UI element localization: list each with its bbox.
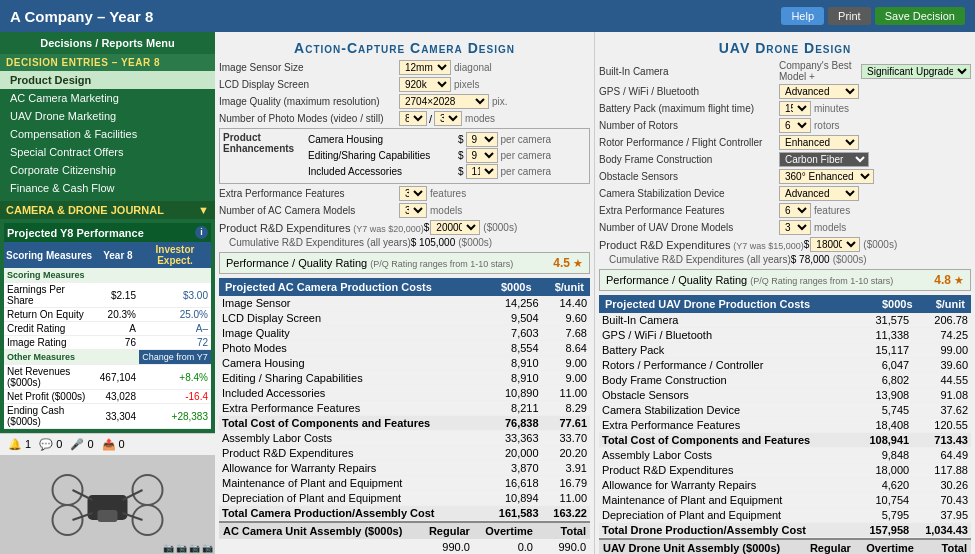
quality-select[interactable]: 2704×20281920×1080	[399, 94, 489, 109]
rnd-label: Product R&D Expenditures (Y7 was $20,000…	[219, 222, 424, 234]
sidebar-title: Decisions / Reports Menu	[0, 32, 215, 54]
help-button[interactable]: Help	[781, 7, 824, 25]
camera-icon-4[interactable]: 📷	[202, 543, 213, 553]
save-button[interactable]: Save Decision	[875, 7, 965, 25]
camera-regular-val: 990.0	[410, 541, 470, 553]
camera-panel-title: Action-Capture Camera Design	[219, 36, 590, 60]
modes-video-select[interactable]: 8610	[399, 111, 427, 126]
sidebar-item-citizenship[interactable]: Corporate Citizenship	[0, 161, 215, 179]
icon-2[interactable]: 💬 0	[39, 438, 62, 451]
camera-overtime-val: 0.0	[473, 541, 533, 553]
table-row: Editing / Sharing Capabilities8,9109.00	[219, 371, 590, 386]
uav-extra-select[interactable]: 648	[779, 203, 811, 218]
camera-total-val: 990.0	[536, 541, 586, 553]
year8-header: Year 8	[97, 242, 139, 268]
scoring-section: Scoring Measures	[4, 268, 211, 283]
uav-extra-row: Extra Performance Features 648 features	[599, 203, 971, 218]
uav-cumulative-unit: ($000s)	[833, 254, 867, 265]
table-row: Image Quality7,6037.68	[219, 326, 590, 341]
extra-select[interactable]: 3245	[399, 186, 427, 201]
stabilization-row: Camera Stabilization Device AdvancedStan…	[599, 186, 971, 201]
uav-panel: UAV Drone Design Built-In Camera Company…	[595, 32, 975, 554]
num-models-label: Number of AC Camera Models	[219, 205, 399, 216]
camera-rating-value: 4.5	[553, 256, 570, 270]
extra-label: Extra Performance Features	[219, 188, 399, 199]
battery-label: Battery Pack (maximum flight time)	[599, 103, 779, 114]
sidebar-item-contracts[interactable]: Special Contract Offers	[0, 143, 215, 161]
rnd-select[interactable]: 200001500025000	[430, 220, 480, 235]
table-row: Credit RatingAA–	[4, 322, 211, 336]
body-select[interactable]: Carbon FiberAluminumTitanium	[779, 152, 869, 167]
builtin-select[interactable]: Significant UpgradeStandardPremium	[861, 64, 971, 79]
rotor-perf-row: Rotor Performance / Flight Controller En…	[599, 135, 971, 150]
table-row: Rotors / Performance / Controller6,04739…	[599, 358, 971, 373]
sidebar-item-finance[interactable]: Finance & Cash Flow	[0, 179, 215, 197]
table-row: Extra Performance Features8,2118.29	[219, 401, 590, 416]
obstacle-select[interactable]: 360° EnhancedStandard360° Standard	[779, 169, 874, 184]
print-button[interactable]: Print	[828, 7, 871, 25]
table-row: Battery Pack15,11799.00	[599, 343, 971, 358]
uav-prod-title: Projected UAV Drone Production Costs $00…	[599, 295, 971, 313]
stabilization-select[interactable]: AdvancedStandardEnhanced	[779, 186, 859, 201]
housing-select[interactable]: 9711	[466, 132, 498, 147]
table-row: Total Camera Production/Assembly Cost161…	[219, 506, 590, 521]
table-row: Assembly Labor Costs33,36333.70	[219, 431, 590, 446]
editing-unit: per camera	[501, 150, 552, 161]
rotors-row: Number of Rotors 648 rotors	[599, 118, 971, 133]
uav-rnd-row: Product R&D Expenditures (Y7 was $15,000…	[599, 237, 971, 252]
uav-num-models-select[interactable]: 324	[779, 220, 811, 235]
gps-label: GPS / WiFi / Bluetooth	[599, 86, 779, 97]
editing-select[interactable]: 9711	[466, 148, 498, 163]
enhancements-block: ProductEnhancements Camera Housing $ 971…	[219, 128, 590, 184]
accessories-select[interactable]: 11913	[466, 164, 498, 179]
uav-num-models-unit: models	[814, 222, 846, 233]
sensor-select[interactable]: 12mm10mm14mm	[399, 60, 451, 75]
editing-label: Editing/Sharing Capabilities	[308, 150, 458, 161]
app-header: A Company – Year 8 Help Print Save Decis…	[0, 0, 975, 32]
housing-unit: per camera	[501, 134, 552, 145]
icon-row: 🔔 1 💬 0 🎤 0 📤 0	[0, 433, 215, 455]
uav-panel-title: UAV Drone Design	[599, 36, 971, 60]
rotors-unit: rotors	[814, 120, 840, 131]
num-models-select[interactable]: 324	[399, 203, 427, 218]
icon-3[interactable]: 🎤 0	[70, 438, 93, 451]
quality-row: Image Quality (maximum resolution) 2704×…	[219, 94, 590, 109]
sidebar-item-product-design[interactable]: Product Design	[0, 71, 215, 89]
table-row: Image Sensor14,25614.40	[219, 296, 590, 311]
rotor-perf-select[interactable]: EnhancedStandardAdvanced	[779, 135, 859, 150]
sidebar-item-uav-marketing[interactable]: UAV Drone Marketing	[0, 107, 215, 125]
camera-icon-3[interactable]: 📷	[189, 543, 200, 553]
body-label: Body Frame Construction	[599, 154, 779, 165]
table-row: Allowance for Warranty Repairs4,62030.26	[599, 478, 971, 493]
lcd-select[interactable]: 920k720k1080k	[399, 77, 451, 92]
rnd-unit: ($000s)	[483, 222, 517, 233]
rotors-select[interactable]: 648	[779, 118, 811, 133]
table-row: Body Frame Construction6,80244.55	[599, 373, 971, 388]
cumulative-unit: ($000s)	[458, 237, 492, 248]
info-icon[interactable]: i	[195, 226, 208, 239]
sidebar-item-compensation[interactable]: Compensation & Facilities	[0, 125, 215, 143]
camera-icon-1[interactable]: 📷	[163, 543, 174, 553]
uav-rnd-select[interactable]: 180001500020000	[810, 237, 860, 252]
builtin-label: Built-In Camera	[599, 66, 779, 77]
camera-icon-2[interactable]: 📷	[176, 543, 187, 553]
table-row: Allowance for Warranty Repairs3,8703.91	[219, 461, 590, 476]
accessories-label: Included Accessories	[308, 166, 458, 177]
sidebar-item-ac-camera[interactable]: AC Camera Marketing	[0, 89, 215, 107]
uav-rating-bar: Performance / Quality Rating (P/Q Rating…	[599, 269, 971, 291]
editing-row: Editing/Sharing Capabilities $ 9711 per …	[308, 148, 586, 163]
table-row: Total Cost of Components and Features76,…	[219, 416, 590, 431]
quality-unit: pix.	[492, 96, 508, 107]
table-row: Net Revenues ($000s)467,104+8.4%	[4, 365, 211, 390]
modes-still-select[interactable]: 324	[434, 111, 462, 126]
uav-extra-label: Extra Performance Features	[599, 205, 779, 216]
scoring-header: Scoring Measures	[4, 242, 97, 268]
icon-4[interactable]: 📤 0	[102, 438, 125, 451]
uav-rating-label: Performance / Quality Rating	[606, 274, 747, 286]
uav-prod-table: Built-In Camera31,575206.78GPS / WiFi / …	[599, 313, 971, 538]
camera-prod-title: Projected AC Camera Production Costs $00…	[219, 278, 590, 296]
battery-select[interactable]: 151020	[779, 101, 811, 116]
table-row: Total Drone Production/Assembly Cost157,…	[599, 523, 971, 538]
icon-1[interactable]: 🔔 1	[8, 438, 31, 451]
gps-select[interactable]: AdvancedStandardEnhanced	[779, 84, 859, 99]
